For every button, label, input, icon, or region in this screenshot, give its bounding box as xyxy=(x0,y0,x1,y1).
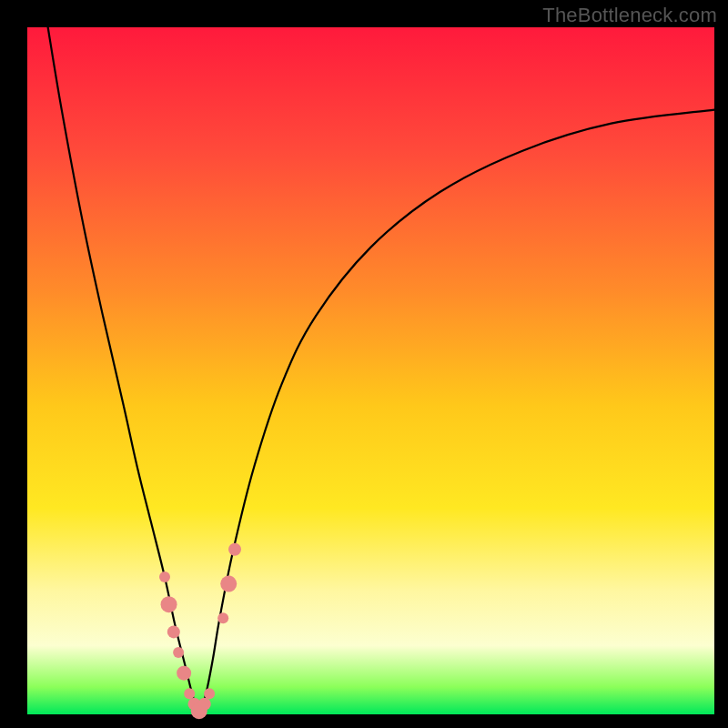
curve-marker xyxy=(159,571,170,582)
curve-marker xyxy=(167,625,180,638)
curve-marker xyxy=(161,596,177,612)
curve-marker xyxy=(184,688,195,699)
curve-marker xyxy=(177,666,191,681)
curve-svg xyxy=(27,27,714,714)
plot-area xyxy=(27,27,714,714)
curve-marker xyxy=(173,647,184,658)
chart-frame: TheBottleneck.com xyxy=(0,0,728,728)
curve-marker xyxy=(198,698,211,711)
curve-marker xyxy=(204,688,215,699)
watermark-label: TheBottleneck.com xyxy=(542,4,717,27)
curve-marker xyxy=(217,612,228,623)
curve-marker xyxy=(220,576,237,592)
bottleneck-curve xyxy=(48,27,714,714)
curve-marker xyxy=(228,543,241,556)
